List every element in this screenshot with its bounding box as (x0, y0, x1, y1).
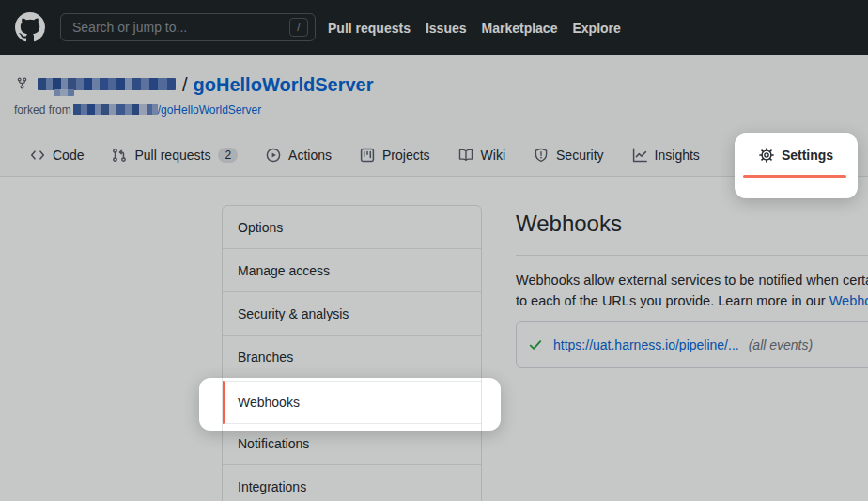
settings-tab-spotlight: Settings (735, 133, 858, 198)
selected-tab-underline (743, 175, 846, 178)
sidebar-slice: Webhooks (222, 378, 482, 431)
sidebar-item-webhooks[interactable]: Webhooks (223, 381, 481, 424)
github-repo-settings-page: / Pull requests Issues Marketplace Explo… (0, 0, 868, 501)
tab-label: Settings (782, 148, 833, 163)
tab-settings[interactable]: Settings (735, 133, 858, 177)
gear-icon (759, 148, 774, 163)
sidebar-item-label: Webhooks (238, 395, 300, 410)
webhooks-item-spotlight: Webhooks (199, 378, 501, 431)
